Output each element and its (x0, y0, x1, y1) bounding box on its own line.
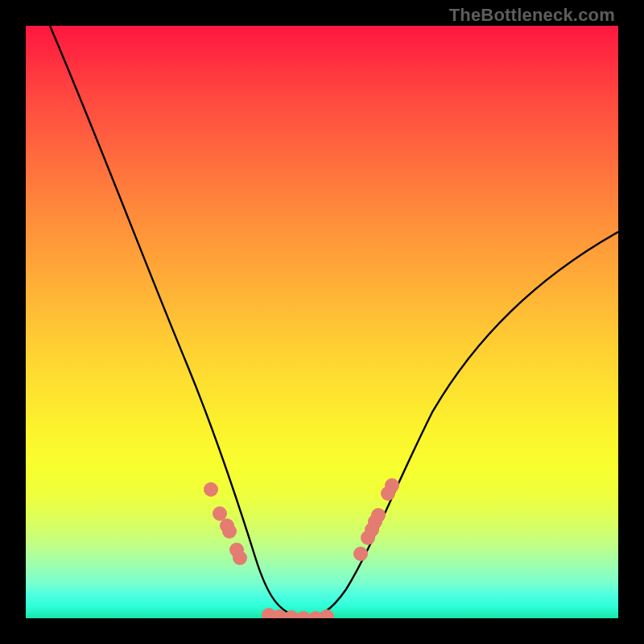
dots-bottom-cluster (262, 608, 334, 618)
dot (204, 482, 218, 497)
dot (233, 551, 247, 565)
watermark-text: TheBottleneck.com (449, 5, 615, 26)
plot-area (26, 26, 618, 618)
dot (353, 547, 368, 561)
bottleneck-curve (50, 26, 618, 617)
chart-frame: TheBottleneck.com (0, 0, 644, 644)
dot (371, 508, 386, 522)
dot (213, 506, 227, 521)
dots-left-cluster (204, 482, 247, 565)
dot (320, 609, 334, 618)
dot (385, 478, 399, 493)
dots-right-cluster (353, 478, 399, 561)
dot (222, 524, 237, 539)
curve-svg (26, 26, 618, 618)
